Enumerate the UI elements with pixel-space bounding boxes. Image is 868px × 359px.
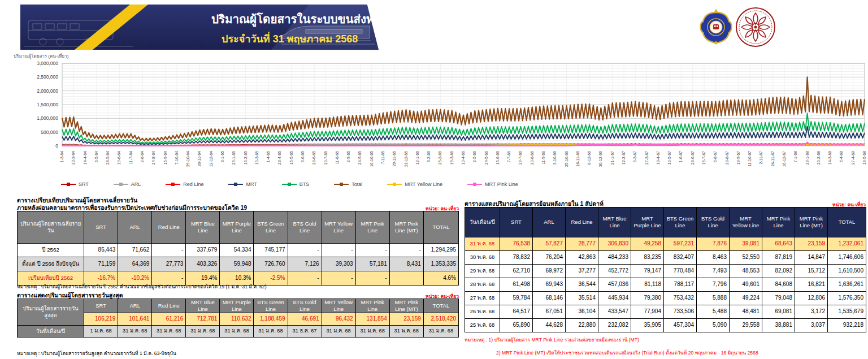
row-label: ตั้งแต่ ปี 2566 ถึงปัจจุบัน — [18, 257, 84, 271]
cell: 39,081 — [730, 237, 762, 251]
max-value-cell: 1,188,459 — [254, 313, 288, 325]
row-label: ปี 2562 — [18, 244, 84, 257]
svg-text:2-9-65: 2-9-65 — [346, 151, 350, 162]
cell: 22,880 — [566, 319, 598, 332]
max-date-cell: 31 ม.ค. 68 — [254, 325, 288, 337]
compare-table-footnote: หมายเหตุ : ปริมาณผู้โดยสารเฉลี่ยรายวัน ป… — [17, 283, 267, 291]
max-date-cell: 31 ม.ค. 68 — [220, 325, 254, 337]
svg-text:23-6-67: 23-6-67 — [691, 151, 695, 165]
row-header: ปริมาณผู้โดยสารเฉลี่ยรายวัน — [18, 211, 84, 244]
cell: 5,090 — [697, 319, 730, 332]
cell: 484,233 — [598, 251, 631, 265]
chart-legend: SRTARLRed LineMRTBTSTotalMRT Yellow Line… — [61, 181, 543, 187]
column-header: SRT — [84, 299, 118, 313]
cell: 457,036 — [598, 278, 631, 292]
cell: 3,037 — [795, 319, 828, 332]
cell: 83,235 — [631, 251, 664, 265]
column-header: TOTAL — [423, 299, 458, 313]
svg-text:19-9-67: 19-9-67 — [736, 151, 740, 165]
cell: - — [288, 244, 322, 257]
max-value-cell: 106,219 — [84, 313, 118, 325]
svg-text:16-11-66: 16-11-66 — [576, 151, 580, 167]
column-header: Red Line — [152, 299, 186, 313]
cell: 71,159 — [84, 257, 118, 271]
svg-text:11-10-67: 11-10-67 — [748, 151, 752, 167]
column-header: MRT Pink Line (MT) — [389, 299, 423, 313]
legend-swatch — [166, 184, 180, 185]
column-header: MRT Purple Line — [220, 299, 254, 313]
svg-text:7-10-64: 7-10-64 — [175, 151, 179, 165]
cell: 48,553 — [730, 265, 762, 278]
cell: 79,048 — [762, 292, 795, 305]
cell: 84,608 — [762, 278, 795, 292]
cell: 69,081 — [762, 305, 795, 319]
svg-text:3-1-65: 3-1-65 — [220, 151, 224, 162]
column-header: MRT Yellow Line — [322, 211, 355, 244]
cell: 770,484 — [664, 265, 697, 278]
svg-text:7-7-66: 7-7-66 — [507, 151, 511, 162]
page-title: ปริมาณผู้โดยสารในระบบขนส่งทางรางทุกระบบ — [211, 10, 446, 28]
svg-text:2-8-64: 2-8-64 — [140, 151, 144, 162]
max-value-cell: 96,432 — [322, 313, 355, 325]
svg-text:29-7-66: 29-7-66 — [518, 151, 522, 165]
svg-text:6-8-67: 6-8-67 — [713, 151, 717, 162]
cell: 5,888 — [697, 292, 730, 305]
column-header: BTS Green Line — [664, 207, 697, 237]
cell: 57,181 — [355, 257, 389, 271]
max-value-cell: 101,641 — [118, 313, 152, 325]
table-row: 30 พ.ค. 6878,83276,20442,863484,23383,23… — [465, 251, 866, 265]
svg-text:18-4-67: 18-4-67 — [656, 151, 660, 165]
legend-label: MRT Pink Line — [485, 181, 518, 187]
cell: 433,547 — [598, 305, 631, 319]
column-header: BTS Gold Line — [288, 211, 322, 244]
svg-text:20-8-66: 20-8-66 — [530, 151, 534, 165]
svg-text:10-3-65: 10-3-65 — [255, 151, 259, 165]
cell: 1,746,606 — [828, 251, 866, 265]
cell: 1,232,061 — [828, 237, 866, 251]
legend-item-MRT-Yellow-Line: MRT Yellow Line — [387, 181, 442, 187]
week-history-table: วัน/เดือน/ปีSRTARLRed LineMRT Blue LineM… — [465, 207, 866, 332]
cell: 59,784 — [500, 292, 533, 305]
date-cell: 26 พ.ค. 68 — [465, 305, 500, 319]
week-footnote-1: หมายเหตุ : 1) ปริมาณผู้โดยสาร MRT Pink L… — [465, 336, 639, 344]
date-cell: 30 พ.ค. 68 — [465, 251, 500, 265]
svg-text:1-3-64: 1-3-64 — [60, 151, 64, 162]
svg-text:5-4-68: 5-4-68 — [839, 151, 843, 162]
svg-text:12-12-64: 12-12-64 — [209, 151, 213, 167]
cell: 832,407 — [664, 251, 697, 265]
svg-text:6-5-64: 6-5-64 — [94, 151, 98, 162]
cell: 337,679 — [186, 244, 220, 257]
svg-text:25-10-66: 25-10-66 — [565, 151, 568, 167]
column-header: MRT Purple Line — [631, 207, 664, 237]
column-header: MRT Blue Line — [598, 207, 631, 237]
column-header: MRT Yellow Line — [730, 207, 762, 237]
svg-text:12-2-67: 12-2-67 — [622, 151, 626, 165]
svg-text:29-10-64: 29-10-64 — [186, 151, 190, 167]
cell: 38,881 — [762, 319, 795, 332]
svg-text:10-5-67: 10-5-67 — [667, 151, 671, 165]
cell: 44,628 — [533, 319, 566, 332]
svg-text:2-5-66: 2-5-66 — [472, 151, 476, 162]
legend-item-Total: Total — [334, 181, 362, 187]
svg-text:24-9-65: 24-9-65 — [358, 151, 362, 165]
column-header: BTS Gold Line — [288, 299, 322, 313]
svg-text:11-9-66: 11-9-66 — [541, 151, 545, 165]
svg-text:14-4-64: 14-4-64 — [83, 151, 87, 165]
cell: 1,610,500 — [828, 265, 866, 278]
svg-text:16-2-65: 16-2-65 — [244, 151, 248, 165]
cell: 7,796 — [697, 278, 730, 292]
cell: 48,481 — [730, 305, 762, 319]
cell: 54,334 — [220, 244, 254, 257]
svg-text:7-11-65: 7-11-65 — [381, 151, 385, 165]
cell: 7,493 — [697, 265, 730, 278]
svg-text:21-1-67: 21-1-67 — [610, 151, 614, 165]
table-row: 28 พ.ค. 6861,49869,94336,544457,03681,11… — [465, 278, 866, 292]
cell: - — [152, 244, 186, 257]
cell: - — [355, 244, 389, 257]
cell: - — [288, 271, 322, 286]
cell: 68,146 — [533, 292, 566, 305]
table-row: 31 พ.ค. 6876,53857,82728,777306,83049,25… — [465, 237, 866, 251]
cell: 35,905 — [631, 319, 664, 332]
svg-text:28-5-64: 28-5-64 — [106, 151, 110, 165]
table-row: 27 พ.ค. 6859,78468,14635,514445,93479,38… — [465, 292, 866, 305]
